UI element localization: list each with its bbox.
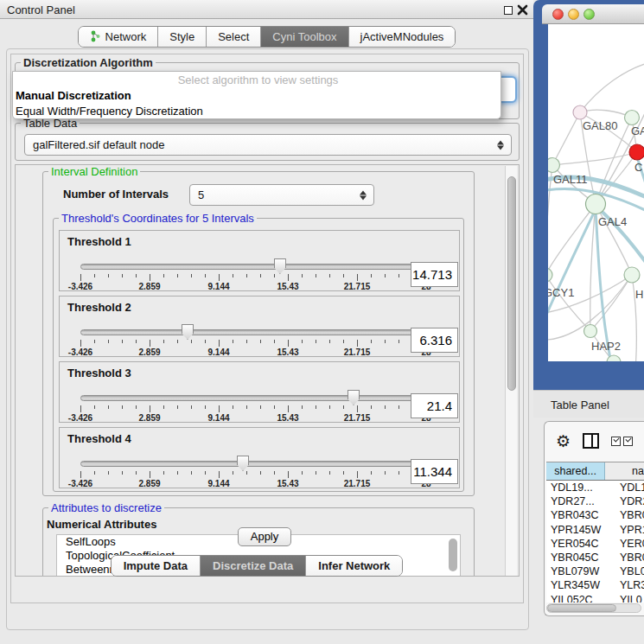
slider-tick (136, 274, 137, 277)
combo-stepper-icon (360, 189, 367, 201)
slider-tick-label: 9.144 (207, 479, 229, 488)
discretization-algorithm-group-title: Discretization Algorithm (21, 56, 156, 69)
table-horizontal-scrollbar-thumb[interactable] (547, 604, 616, 612)
network-node[interactable] (584, 325, 597, 338)
slider-tick (371, 471, 372, 475)
table-data-combobox-value: galFiltered.sif default node (33, 138, 164, 151)
slider-tick-label: -3.426 (68, 479, 92, 488)
slider-tick (94, 274, 95, 277)
table-cell: YLR345W (546, 578, 610, 592)
slider-tick (191, 340, 192, 343)
slider-tick (357, 405, 358, 412)
slider-tick (357, 471, 358, 478)
tab-cyni-toolbox[interactable]: Cyni Toolbox (261, 27, 348, 47)
slider-track[interactable] (80, 329, 426, 335)
slider-tick (316, 274, 316, 277)
network-node-label: C (634, 161, 642, 174)
scroll-panel-scrollbar-thumb[interactable] (507, 176, 516, 391)
table-cell: YDL1 (610, 481, 644, 494)
table-cell: YBL0 (610, 564, 644, 578)
table-data-combobox[interactable]: galFiltered.sif default node (24, 134, 512, 156)
tab-select[interactable]: Select (207, 27, 261, 47)
threshold-value-input[interactable] (411, 459, 458, 484)
close-icon[interactable] (517, 4, 528, 16)
table-cell: YDR2 (610, 494, 644, 508)
table-horizontal-scrollbar[interactable] (546, 603, 641, 613)
tab-infer-network[interactable]: Infer Network (306, 556, 402, 576)
table-row[interactable]: YER054CYER0 (546, 537, 644, 551)
threshold-slider[interactable]: -3.4262.8599.14415.4321.71528 (80, 362, 426, 424)
number-of-intervals-combobox[interactable]: 5 (189, 184, 374, 206)
network-node[interactable] (548, 268, 552, 282)
tab-style[interactable]: Style (158, 27, 207, 47)
slider-tick (371, 274, 372, 277)
table-header-name[interactable]: na (605, 462, 644, 480)
network-node[interactable] (573, 105, 587, 119)
threshold-slider[interactable]: -3.4262.8599.14415.4321.71528 (80, 231, 426, 292)
slider-track[interactable] (80, 395, 426, 401)
slider-track[interactable] (80, 264, 426, 270)
table-row[interactable]: YBR045CYBR0 (546, 551, 644, 564)
slider-tick-label: -3.426 (68, 348, 92, 357)
slider-tick (399, 274, 399, 277)
slider-tick (177, 340, 178, 343)
network-canvas[interactable]: GAL80GACGAL11GAL4GCY1HHAP2 (548, 24, 644, 361)
slider-tick (80, 471, 81, 478)
network-node[interactable] (629, 144, 644, 160)
threshold-slider[interactable]: -3.4262.8599.14415.4321.71528 (80, 296, 426, 358)
threshold-value-input[interactable] (411, 262, 458, 287)
table-row[interactable]: YBL079WYBL0 (546, 564, 644, 578)
tab-impute-data[interactable]: Impute Data (112, 556, 201, 576)
threshold-value-input[interactable] (411, 393, 458, 418)
checkbox-icon[interactable] (623, 437, 633, 446)
slider-tick (150, 340, 150, 347)
slider-tick (302, 405, 303, 409)
number-of-intervals-label: Number of Intervals (63, 188, 169, 201)
zoom-traffic-light-icon[interactable] (583, 9, 595, 20)
slider-tick (343, 340, 344, 343)
slider-tick (94, 405, 95, 409)
checkbox-icons-group (611, 437, 633, 446)
table-row[interactable]: YDR27...YDR2 (546, 494, 644, 508)
tab-discretize-data[interactable]: Discretize Data (201, 556, 306, 576)
network-node[interactable] (625, 111, 640, 125)
slider-tick (302, 340, 303, 343)
threshold-slider[interactable]: -3.4262.8599.14415.4321.71528 (80, 428, 426, 489)
algorithm-option[interactable]: Manual Discretization (13, 88, 501, 104)
table-cell: YER054C (546, 537, 610, 551)
close-traffic-light-icon[interactable] (552, 9, 564, 20)
slider-tick (80, 405, 81, 412)
slider-track[interactable] (80, 461, 426, 467)
thresholds-group-title: Threshold's Coordinates for 5 Intervals (59, 212, 257, 225)
algorithm-option[interactable]: Equal Width/Frequency Discretization (13, 104, 501, 119)
network-node[interactable] (586, 194, 606, 214)
slider-tick (150, 274, 150, 281)
slider-tick (219, 405, 220, 412)
float-window-icon[interactable] (504, 6, 513, 15)
scroll-panel-scrollbar-track[interactable] (505, 166, 517, 577)
slider-tick (316, 405, 316, 409)
table-row[interactable]: YDL19...YDL1 (546, 481, 644, 494)
table-row[interactable]: YBR043CYBR0 (546, 508, 644, 522)
slider-tick (205, 340, 206, 343)
tab-jactivemnodules[interactable]: jActiveMNodules (349, 27, 456, 47)
apply-button[interactable]: Apply (238, 527, 291, 546)
table-header-shared-name[interactable]: shared... (546, 462, 605, 480)
table-row[interactable]: YLR345WYLR3 (546, 578, 644, 592)
checkbox-icon[interactable] (611, 437, 621, 446)
table-row[interactable]: YPR145WYPR1 (546, 523, 644, 537)
threshold-panel: Threshold 1-3.4262.8599.14415.4321.71528 (59, 230, 460, 291)
gear-icon[interactable]: ⚙ (556, 433, 571, 450)
columns-icon[interactable] (583, 433, 599, 449)
table-cell: YBR0 (610, 551, 644, 564)
minimize-traffic-light-icon[interactable] (568, 9, 579, 20)
table-cell: YDL19... (546, 481, 610, 494)
threshold-value-input[interactable] (411, 328, 458, 353)
slider-tick (150, 471, 150, 478)
network-node-label: GAL80 (583, 119, 617, 132)
network-node[interactable] (548, 158, 560, 173)
tab-network[interactable]: Network (79, 27, 159, 47)
slider-tick (357, 340, 358, 347)
network-node[interactable] (624, 267, 640, 283)
table-row[interactable]: YIL052CYIL0 (546, 593, 644, 603)
